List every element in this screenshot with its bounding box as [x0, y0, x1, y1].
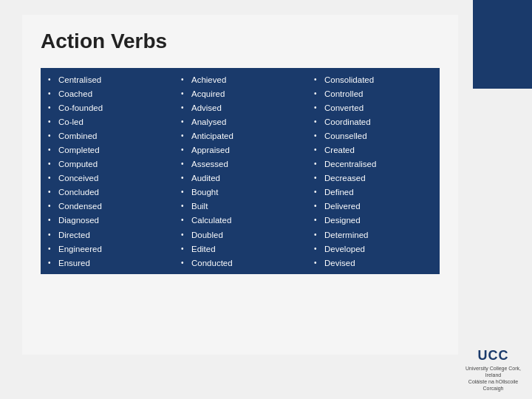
bullet-icon: •: [314, 230, 321, 240]
bullet-icon: •: [48, 131, 55, 141]
bullet-icon: •: [314, 201, 321, 211]
list-item: •Condensed: [48, 200, 166, 214]
bullet-icon: •: [48, 258, 55, 268]
bullet-icon: •: [314, 187, 321, 197]
bullet-icon: •: [314, 145, 321, 155]
bullet-icon: •: [48, 75, 55, 85]
column-2: •Achieved•Acquired•Advised•Analysed•Anti…: [174, 68, 307, 274]
bullet-icon: •: [181, 75, 188, 85]
column-1: •Centralised•Coached•Co-founded•Co-led•C…: [41, 68, 174, 274]
bullet-icon: •: [48, 89, 55, 99]
bullet-icon: •: [181, 258, 188, 268]
list-item: •Determined: [314, 228, 432, 242]
accent-bar: [473, 0, 532, 89]
list-item: •Appraised: [181, 143, 299, 157]
list-item: •Co-founded: [48, 100, 166, 115]
list-item: •Engineered: [48, 242, 166, 256]
list-item: •Counselled: [314, 129, 432, 143]
list-item: •Created: [314, 143, 432, 157]
content-area: Action Verbs •Centralised•Coached•Co-fou…: [22, 15, 458, 355]
list-item: •Bought: [181, 185, 299, 200]
list-item: •Conceived: [48, 171, 166, 185]
list-item: •Directed: [48, 228, 166, 242]
bullet-icon: •: [314, 89, 321, 99]
bullet-icon: •: [181, 201, 188, 211]
bullet-icon: •: [314, 131, 321, 141]
logo-area: UCC UCC University College Cork, Ireland…: [462, 355, 525, 392]
bullet-icon: •: [181, 173, 188, 183]
bullet-icon: •: [181, 131, 188, 141]
bullet-icon: •: [48, 187, 55, 197]
list-item: •Diagnosed: [48, 214, 166, 228]
bullet-icon: •: [48, 230, 55, 240]
bullet-icon: •: [181, 159, 188, 169]
bullet-icon: •: [181, 117, 188, 127]
list-item: •Assessed: [181, 157, 299, 171]
list-item: •Converted: [314, 100, 432, 115]
page: Action Verbs •Centralised•Coached•Co-fou…: [0, 0, 532, 399]
bullet-icon: •: [314, 103, 321, 113]
bullet-icon: •: [181, 145, 188, 155]
list-item: •Devised: [314, 256, 432, 270]
list-item: •Ensured: [48, 256, 166, 270]
list-item: •Doubled: [181, 228, 299, 242]
bullet-icon: •: [48, 215, 55, 225]
bullet-icon: •: [314, 173, 321, 183]
verbs-table: •Centralised•Coached•Co-founded•Co-led•C…: [41, 68, 440, 274]
bullet-icon: •: [314, 244, 321, 254]
bullet-icon: •: [181, 89, 188, 99]
list-item: •Anticipated: [181, 129, 299, 143]
bullet-icon: •: [181, 103, 188, 113]
list-item: •Co-led: [48, 115, 166, 129]
list-item: •Concluded: [48, 185, 166, 200]
verb-list-1: •Centralised•Coached•Co-founded•Co-led•C…: [48, 72, 166, 270]
bullet-icon: •: [314, 75, 321, 85]
bullet-icon: •: [314, 117, 321, 127]
bullet-icon: •: [48, 159, 55, 169]
list-item: •Controlled: [314, 86, 432, 100]
list-item: •Designed: [314, 214, 432, 228]
logo-fullname: University College Cork, Ireland Coláist…: [462, 365, 525, 392]
list-item: •Edited: [181, 242, 299, 256]
list-item: •Coordinated: [314, 115, 432, 129]
list-item: •Combined: [48, 129, 166, 143]
bullet-icon: •: [48, 201, 55, 211]
list-item: •Advised: [181, 100, 299, 115]
table-row: •Centralised•Coached•Co-founded•Co-led•C…: [41, 68, 440, 274]
list-item: •Delivered: [314, 200, 432, 214]
bullet-icon: •: [314, 258, 321, 268]
list-item: •Developed: [314, 242, 432, 256]
list-item: •Decreased: [314, 171, 432, 185]
bullet-icon: •: [181, 230, 188, 240]
bullet-icon: •: [48, 117, 55, 127]
bullet-icon: •: [48, 145, 55, 155]
list-item: •Decentralised: [314, 157, 432, 171]
bullet-icon: •: [48, 173, 55, 183]
column-3: •Consolidated•Controlled•Converted•Coord…: [307, 68, 440, 274]
list-item: •Calculated: [181, 214, 299, 228]
list-item: •Consolidated: [314, 72, 432, 86]
list-item: •Achieved: [181, 72, 299, 86]
list-item: •Analysed: [181, 115, 299, 129]
list-item: •Audited: [181, 171, 299, 185]
list-item: •Coached: [48, 86, 166, 100]
list-item: •Centralised: [48, 72, 166, 86]
verb-list-2: •Achieved•Acquired•Advised•Analysed•Anti…: [181, 72, 299, 270]
bullet-icon: •: [181, 187, 188, 197]
list-item: •Computed: [48, 157, 166, 171]
list-item: •Built: [181, 200, 299, 214]
list-item: •Conducted: [181, 256, 299, 270]
list-item: •Completed: [48, 143, 166, 157]
list-item: •Defined: [314, 185, 432, 200]
bullet-icon: •: [314, 215, 321, 225]
bullet-icon: •: [48, 103, 55, 113]
bullet-icon: •: [181, 215, 188, 225]
page-title: Action Verbs: [41, 30, 440, 53]
bullet-icon: •: [48, 244, 55, 254]
verb-list-3: •Consolidated•Controlled•Converted•Coord…: [314, 72, 432, 270]
ucc-label: UCC: [478, 348, 509, 364]
list-item: •Acquired: [181, 86, 299, 100]
bullet-icon: •: [181, 244, 188, 254]
bullet-icon: •: [314, 159, 321, 169]
